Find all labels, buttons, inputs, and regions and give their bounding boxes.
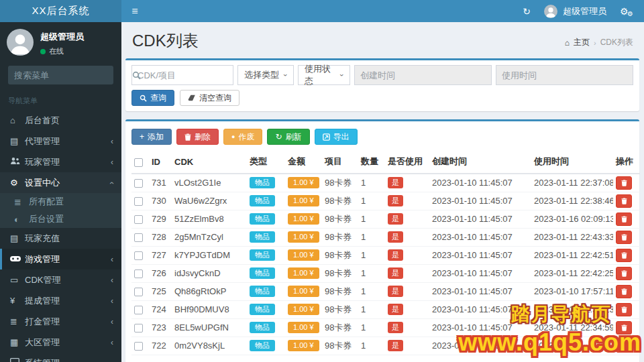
cell-cdk: vLOst2G1Ie [172,174,247,192]
cell-created: 2023-01-10 11:45:07 [429,300,531,318]
top-bar: XX后台系统 ≡ ↻ 超级管理员 ⚙ ⚙ [0,0,644,22]
row-checkbox[interactable] [134,306,143,314]
cell-id: 723 [149,318,172,337]
search-button[interactable]: 查询 [131,90,174,106]
delete-row-button[interactable] [616,285,632,298]
delete-button[interactable]: 删除 [176,129,219,145]
delete-row-button[interactable] [616,303,632,316]
used-badge: 是 [388,322,403,333]
type-badge: 物品 [250,322,275,333]
select-all-checkbox[interactable] [134,158,143,167]
sidebar-item-player-recharge[interactable]: ▤ 玩家充值 [0,228,121,249]
sidebar-item-game-manage[interactable]: 游戏管理 ‹ [0,249,121,269]
export-button[interactable]: 导出 [315,129,358,145]
row-checkbox[interactable] [134,251,143,260]
table-row: 725 Qh86gRtOkP 物品 1.00 ¥ 98卡券 1 是 2023-0… [131,282,640,300]
sidebar-item-commission-manage[interactable]: ¥ 提成管理 ‹ [0,290,121,311]
cell-id: 724 [149,300,172,318]
sidebar-item-system-manage[interactable]: 系统管理 ‹ [0,353,121,362]
breadcrumb-current: CDK列表 [600,37,633,48]
sidebar-item-settings-center[interactable]: ⚙ 设置中心 ‹ [0,172,121,193]
type-badge: 物品 [250,195,275,206]
settings-cogs-icon[interactable]: ⚙ ⚙ [620,6,633,17]
void-button[interactable]: ● 作废 [223,129,262,145]
used-badge: 是 [388,249,403,261]
sidebar-item-zone-manage[interactable]: ▦ 大区管理 ‹ [0,332,121,353]
row-checkbox[interactable] [134,269,143,278]
delete-row-button[interactable] [616,176,632,190]
sidebar-item-cdk-manage[interactable]: ▭ CDK管理 ‹ [0,269,121,290]
row-checkbox[interactable] [134,215,143,224]
sidebar-item-gold-manage[interactable]: ≣ 打金管理 ‹ [0,311,121,332]
delete-row-button[interactable] [616,267,632,280]
avatar [544,5,557,18]
cell-id: 730 [149,192,172,210]
row-checkbox[interactable] [134,288,143,296]
home-icon: ⌂ [565,38,570,48]
cog-small-icon: ⚙ [627,10,633,17]
person-icon [7,29,34,56]
type-badge: 物品 [250,340,275,351]
cell-used-at: 2023-01-11 22:43:33 [531,228,613,246]
type-select[interactable]: 选择类型 › [237,65,294,85]
delete-row-button[interactable] [616,249,632,262]
sidebar-item-backend-settings[interactable]: ◐ 后台设置 [0,210,121,228]
row-checkbox[interactable] [134,197,143,206]
created-time-input[interactable] [354,65,492,85]
export-icon [323,133,330,141]
app-logo[interactable]: XX后台系统 [0,0,121,22]
delete-row-button[interactable] [616,231,632,244]
cell-cdk: 51ZzElmBv8 [172,210,247,228]
used-time-input[interactable] [496,65,633,85]
delete-row-button[interactable] [616,213,632,226]
cell-qty: 1 [358,300,385,318]
delete-row-button[interactable] [616,194,632,208]
sidebar-item-players[interactable]: 玩家管理 ‹ [0,152,121,172]
cell-id: 727 [149,246,172,264]
row-checkbox[interactable] [134,233,143,242]
clear-search-button[interactable]: 清空查询 [180,90,239,106]
col-created: 创建时间 [429,152,531,174]
id-card-icon: ▤ [10,136,25,146]
sidebar-avatar [7,29,34,56]
chevron-left-icon: ‹ [111,137,113,146]
sidebar-item-home[interactable]: ⌂ 后台首页 [0,110,121,131]
add-button[interactable]: + 添加 [131,129,172,145]
trash-icon [621,180,627,186]
menu-search[interactable] [8,66,113,84]
refresh-icon[interactable]: ↻ [523,6,531,17]
row-checkbox[interactable] [134,179,143,188]
refresh-button[interactable]: ↻ 刷新 [267,129,309,145]
eraser-icon [188,95,196,101]
user-menu[interactable]: 超级管理员 [544,5,606,18]
sidebar-toggle-icon[interactable]: ≡ [121,5,148,17]
table-row: 723 8EL5wUPGfN 物品 1.00 ¥ 98卡券 1 是 2023-0… [131,318,640,337]
col-qty: 数量 [358,152,385,174]
type-select-value: 选择类型 [244,69,279,81]
cdk-search-input[interactable] [131,65,233,85]
sidebar-item-agents[interactable]: ▤ 代理管理 ‹ [0,131,121,152]
cell-created: 2023-01-10 11:45:07 [429,282,531,300]
table-header-row: ID CDK 类型 金额 项目 数量 是否使用 创建时间 使用时间 操作 [131,152,640,174]
sidebar-item-all-config[interactable]: ≣ 所有配置 [0,193,121,210]
trash-icon [621,270,627,277]
row-checkbox[interactable] [134,324,143,333]
menu-search-input[interactable] [14,70,132,80]
cell-cdk: Qh86gRtOkP [172,282,247,300]
col-cdk: CDK [172,152,247,174]
chevron-down-icon: ‹ [107,182,117,184]
table-row: 722 0m2VY8sKjL 物品 1.00 ¥ 98卡券 1 是 2023-0… [131,337,640,355]
amount-badge: 1.00 ¥ [288,177,319,188]
breadcrumb-home-link[interactable]: 主页 [574,37,590,48]
delete-row-button[interactable] [616,339,632,353]
status-select[interactable]: 使用状态 › [298,65,350,85]
cell-project: 98卡券 [322,174,358,192]
user-status: 在线 [40,46,84,56]
delete-row-button[interactable] [616,321,632,335]
person-icon [544,5,557,18]
sidebar-user-name: 超级管理员 [40,31,84,43]
list-icon: ≣ [14,197,29,207]
row-checkbox[interactable] [134,342,143,351]
chevron-down-icon: › [338,74,346,76]
page-title: CDK列表 [132,30,634,52]
